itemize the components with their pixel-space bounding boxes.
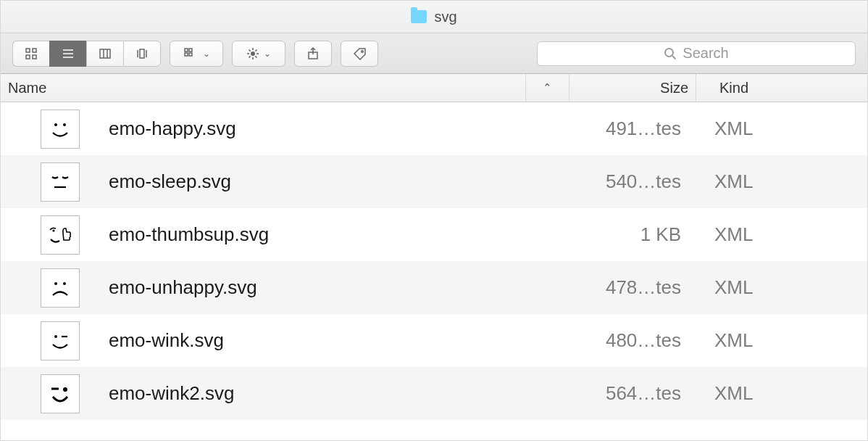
chevron-down-icon: ⌄ [203, 49, 210, 59]
file-size: 480…tes [543, 329, 691, 352]
column-view-button[interactable] [86, 41, 123, 67]
file-row[interactable]: emo-thumbsup.svg1 KBXML [1, 208, 867, 261]
svg-rect-16 [189, 53, 192, 56]
file-row[interactable]: emo-wink.svg480…tesXML [1, 314, 867, 367]
window-title: svg [434, 9, 456, 25]
tags-button[interactable] [341, 41, 378, 67]
file-row[interactable]: emo-unhappy.svg478…tesXML [1, 261, 867, 314]
svg-point-17 [251, 51, 255, 56]
file-row[interactable]: emo-happy.svg491…tesXML [1, 102, 867, 155]
svg-line-23 [255, 56, 256, 57]
svg-line-25 [255, 49, 256, 51]
svg-rect-2 [26, 55, 30, 59]
gallery-view-button[interactable] [123, 41, 161, 67]
svg-rect-0 [26, 49, 30, 52]
svg-rect-13 [185, 49, 188, 51]
titlebar: svg [1, 1, 867, 33]
action-menu-button[interactable]: ⌄ [232, 41, 285, 67]
group-by-button[interactable]: ⌄ [170, 41, 223, 67]
icon-view-button[interactable] [12, 41, 49, 67]
file-thumbnail [41, 162, 80, 202]
column-kind-label: Kind [719, 80, 748, 96]
search-field[interactable]: Search [537, 41, 856, 66]
file-row[interactable]: emo-wink2.svg564…tesXML [1, 367, 867, 420]
svg-rect-11 [140, 49, 144, 58]
column-name-label: Name [8, 80, 46, 96]
file-kind: XML [691, 382, 867, 405]
file-name: emo-thumbsup.svg [109, 223, 514, 246]
file-thumbnail [41, 374, 80, 413]
svg-rect-1 [33, 49, 36, 52]
file-name: emo-wink.svg [109, 329, 514, 352]
chevron-down-icon: ⌄ [264, 49, 271, 59]
column-sort-indicator[interactable]: ⌃ [526, 74, 569, 102]
file-kind: XML [691, 276, 867, 299]
svg-rect-3 [33, 55, 36, 59]
view-mode-group [12, 41, 161, 67]
file-name: emo-sleep.svg [109, 170, 514, 193]
svg-point-28 [362, 50, 364, 52]
sort-caret-icon: ⌃ [543, 81, 552, 94]
share-button[interactable] [294, 41, 332, 67]
file-kind: XML [691, 170, 867, 193]
file-size: 491…tes [543, 118, 691, 140]
file-size: 478…tes [543, 276, 691, 299]
svg-rect-7 [100, 49, 110, 58]
svg-line-24 [249, 56, 251, 57]
file-name: emo-unhappy.svg [109, 276, 514, 299]
column-size-label: Size [660, 80, 688, 96]
file-row[interactable]: emo-sleep.svg540…tesXML [1, 155, 867, 208]
file-size: 540…tes [543, 170, 691, 193]
folder-icon [411, 10, 427, 23]
file-thumbnail [41, 110, 80, 149]
file-thumbnail [41, 268, 80, 308]
svg-rect-14 [189, 49, 192, 51]
file-size: 1 KB [543, 223, 691, 246]
file-kind: XML [691, 223, 867, 246]
file-name: emo-happy.svg [109, 118, 514, 140]
file-size: 564…tes [543, 382, 691, 405]
column-size[interactable]: Size [569, 74, 696, 102]
column-name[interactable]: Name [1, 74, 526, 102]
list-view-button[interactable] [49, 41, 86, 67]
svg-rect-15 [185, 53, 188, 56]
file-thumbnail [41, 321, 80, 360]
file-kind: XML [691, 329, 867, 352]
file-name: emo-wink2.svg [109, 382, 514, 405]
column-header: Name ⌃ Size Kind [1, 74, 867, 102]
svg-line-22 [249, 49, 251, 51]
search-input[interactable] [537, 41, 856, 66]
toolbar: ⌄ ⌄ Search [1, 33, 867, 74]
column-kind[interactable]: Kind [696, 74, 867, 102]
file-kind: XML [691, 118, 867, 140]
file-thumbnail [41, 215, 80, 255]
file-list: emo-happy.svg491…tesXMLemo-sleep.svg540…… [1, 102, 867, 420]
